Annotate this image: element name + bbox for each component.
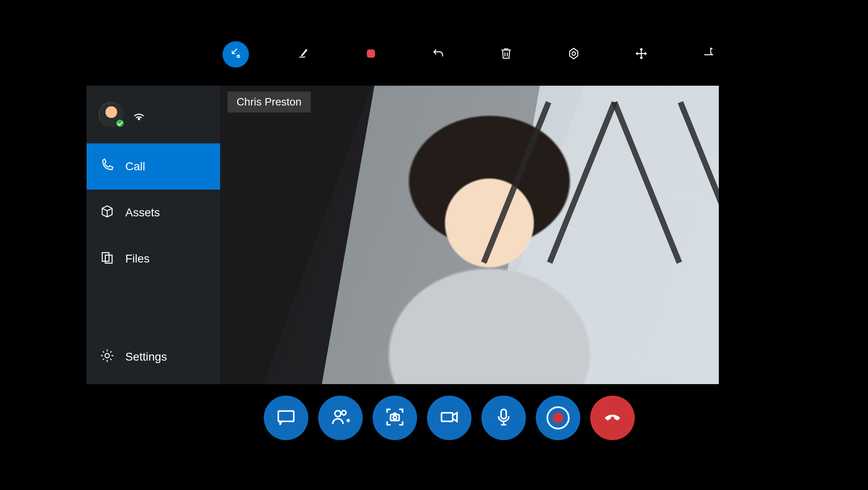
target-icon xyxy=(567,47,581,62)
svg-point-0 xyxy=(237,55,240,58)
svg-rect-8 xyxy=(278,411,294,421)
svg-rect-1 xyxy=(367,49,375,58)
sidebar-item-files[interactable]: Files xyxy=(87,236,220,282)
hangup-icon xyxy=(602,407,623,429)
svg-point-7 xyxy=(105,353,110,358)
self-avatar[interactable] xyxy=(99,102,124,127)
ink-button[interactable] xyxy=(290,41,317,68)
svg-point-4 xyxy=(138,118,139,120)
sidebar-item-assets[interactable]: Assets xyxy=(87,190,220,236)
svg-rect-14 xyxy=(501,409,507,419)
video-toggle-button[interactable] xyxy=(427,396,472,440)
stop-icon xyxy=(364,47,378,62)
call-window: Call Assets Files xyxy=(87,86,719,384)
annotation-toolbar xyxy=(223,41,722,68)
svg-point-12 xyxy=(393,416,396,419)
chat-button[interactable] xyxy=(264,396,308,440)
sidebar-nav: Call Assets Files xyxy=(87,143,220,384)
svg-point-3 xyxy=(572,52,576,56)
ink-icon xyxy=(296,47,310,62)
pin-button[interactable] xyxy=(696,41,722,68)
presence-available-icon xyxy=(115,119,124,128)
undo-icon xyxy=(432,47,446,62)
chat-icon xyxy=(276,407,296,429)
pin-icon xyxy=(702,47,716,62)
delete-button[interactable] xyxy=(493,41,519,68)
sidebar: Call Assets Files xyxy=(87,86,220,384)
stop-shape-button[interactable] xyxy=(358,41,384,68)
target-button[interactable] xyxy=(561,41,587,68)
video-icon xyxy=(439,407,460,429)
files-icon xyxy=(100,250,115,268)
record-button[interactable] xyxy=(536,396,580,440)
mic-toggle-button[interactable] xyxy=(481,396,526,440)
participant-name-label: Chris Preston xyxy=(237,96,302,108)
hangup-button[interactable] xyxy=(590,396,635,440)
collapse-icon xyxy=(229,47,243,62)
mic-icon xyxy=(493,407,514,429)
sidebar-item-call[interactable]: Call xyxy=(87,143,220,190)
participant-name-tag: Chris Preston xyxy=(228,91,311,113)
trash-icon xyxy=(499,47,513,62)
sidebar-item-label: Call xyxy=(125,160,145,173)
video-background-structure xyxy=(529,102,694,251)
snapshot-button[interactable] xyxy=(373,396,417,440)
package-icon xyxy=(100,204,115,222)
svg-point-9 xyxy=(335,410,341,417)
record-icon xyxy=(547,406,570,429)
sidebar-header xyxy=(87,86,220,143)
undo-button[interactable] xyxy=(425,41,452,68)
connection-icon xyxy=(132,107,146,122)
call-controls xyxy=(264,396,635,440)
add-people-icon xyxy=(330,407,351,429)
phone-icon xyxy=(100,158,115,176)
add-people-button[interactable] xyxy=(318,396,363,440)
svg-point-10 xyxy=(342,410,346,415)
sidebar-item-settings[interactable]: Settings xyxy=(87,334,220,380)
svg-rect-13 xyxy=(441,413,453,422)
sidebar-item-label: Files xyxy=(125,252,150,265)
collapse-button[interactable] xyxy=(223,41,249,68)
sidebar-item-label: Assets xyxy=(125,206,160,219)
snapshot-icon xyxy=(385,407,405,429)
svg-marker-2 xyxy=(570,48,578,59)
move-icon xyxy=(634,47,648,62)
move-button[interactable] xyxy=(628,41,655,68)
gear-icon xyxy=(100,348,115,366)
video-feed[interactable]: Chris Preston xyxy=(220,86,719,384)
sidebar-item-label: Settings xyxy=(125,350,167,363)
